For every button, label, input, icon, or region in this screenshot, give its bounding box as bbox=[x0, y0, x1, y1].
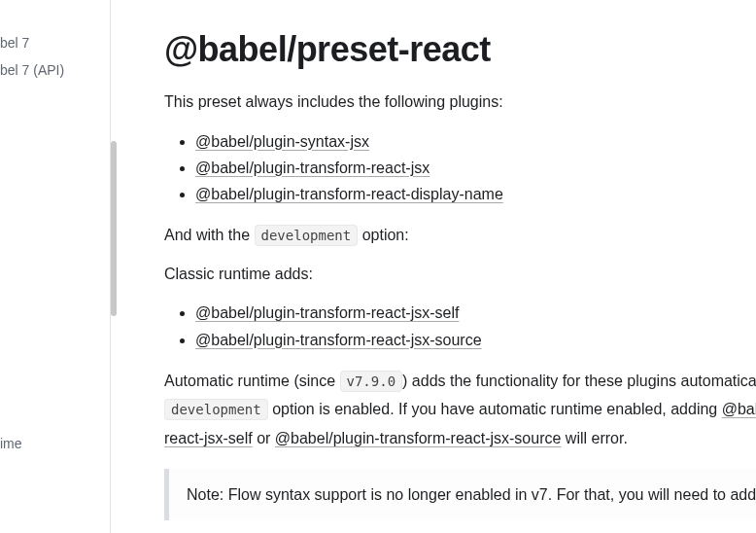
plugin-link-self-cut[interactable]: @babe bbox=[722, 401, 756, 417]
text-span: option: bbox=[358, 227, 408, 243]
plugin-link[interactable]: @babel/plugin-syntax-jsx bbox=[195, 133, 369, 150]
code-version: v7.9.0 bbox=[340, 371, 403, 392]
automatic-runtime-paragraph-line1: Automatic runtime (since v7.9.0) adds th… bbox=[164, 369, 756, 394]
plugin-link[interactable]: @babel/plugin-transform-react-jsx-self bbox=[195, 304, 459, 321]
classic-runtime-heading: Classic runtime adds: bbox=[164, 262, 756, 287]
automatic-runtime-paragraph-line3: react-jsx-self or @babel/plugin-transfor… bbox=[164, 426, 756, 451]
text-span: or bbox=[253, 430, 275, 446]
automatic-runtime-paragraph-line2: development option is enabled. If you ha… bbox=[164, 397, 756, 422]
sidebar: bel 7 bel 7 (API) ime bbox=[0, 0, 111, 533]
plugin-link-source[interactable]: @babel/plugin-transform-react-jsx-source bbox=[275, 430, 562, 446]
plugin-link[interactable]: @babel/plugin-transform-react-display-na… bbox=[195, 186, 503, 202]
note-block: Note: Flow syntax support is no longer e… bbox=[164, 469, 756, 521]
main-content: @babel/preset-react This preset always i… bbox=[111, 0, 756, 533]
note-text: Note: Flow syntax support is no longer e… bbox=[187, 482, 739, 508]
with-dev-paragraph: And with the development option: bbox=[164, 223, 756, 248]
list-item: @babel/plugin-transform-react-jsx bbox=[195, 155, 756, 181]
plugins-classic-list: @babel/plugin-transform-react-jsx-self @… bbox=[164, 300, 756, 352]
plugin-link[interactable]: @babel/plugin-transform-react-jsx bbox=[195, 160, 430, 176]
plugin-link[interactable]: @babel/plugin-transform-react-jsx-source bbox=[195, 332, 482, 348]
list-item: @babel/plugin-syntax-jsx bbox=[195, 128, 756, 155]
text-span: And with the bbox=[164, 227, 255, 243]
list-item: @babel/plugin-transform-react-jsx-self bbox=[195, 300, 756, 326]
sidebar-item-babel7-api[interactable]: bel 7 (API) bbox=[0, 56, 110, 84]
text-span: option is enabled. If you have automatic… bbox=[268, 401, 722, 417]
sidebar-scrollbar[interactable] bbox=[111, 141, 117, 316]
text-span: will error. bbox=[561, 430, 627, 446]
code-development: development bbox=[164, 399, 268, 420]
text-span: ) adds the functionality for these plugi… bbox=[402, 373, 756, 389]
intro-text: This preset always includes the followin… bbox=[164, 89, 756, 115]
plugin-link-self[interactable]: react-jsx-self bbox=[164, 430, 253, 446]
sidebar-item-runtime[interactable]: ime bbox=[0, 430, 22, 457]
page-title: @babel/preset-react bbox=[164, 29, 756, 70]
plugins-always-list: @babel/plugin-syntax-jsx @babel/plugin-t… bbox=[164, 128, 756, 208]
code-development: development bbox=[255, 225, 359, 246]
list-item: @babel/plugin-transform-react-jsx-source bbox=[195, 327, 756, 353]
sidebar-item-babel7[interactable]: bel 7 bbox=[0, 29, 110, 56]
text-span: Automatic runtime (since bbox=[164, 373, 340, 389]
list-item: @babel/plugin-transform-react-display-na… bbox=[195, 181, 756, 207]
